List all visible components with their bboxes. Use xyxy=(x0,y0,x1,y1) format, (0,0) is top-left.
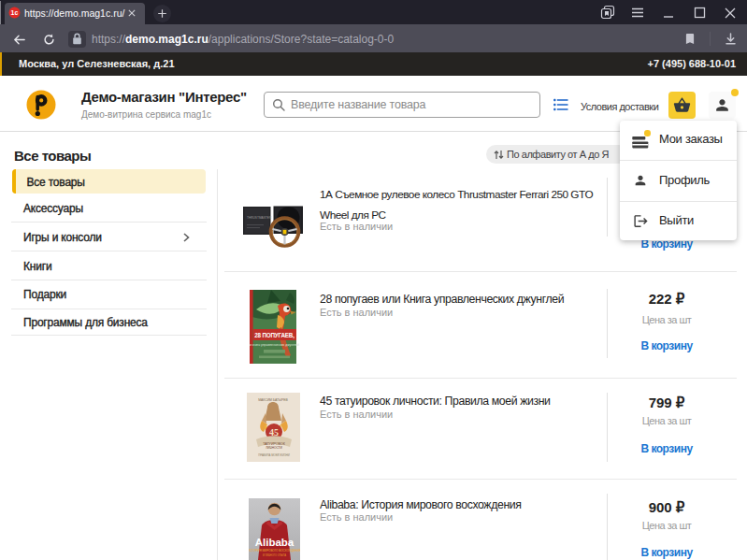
svg-text:THRUSTMASTER: THRUSTMASTER xyxy=(247,216,272,220)
svg-text:ПРАВИЛА МОЕЙ ЖИЗНИ: ПРАВИЛА МОЕЙ ЖИЗНИ xyxy=(258,453,289,457)
svg-text:МАКСИМ БАТЫРЕВ: МАКСИМ БАТЫРЕВ xyxy=(258,398,288,402)
svg-text:ИСТОРИЯ МИРОВОГО ВОСХОЖДЕНИЯ: ИСТОРИЯ МИРОВОГО ВОСХОЖДЕНИЯ xyxy=(249,549,300,553)
svg-text:и книга управленческих джунгле: и книга управленческих джунглей xyxy=(250,343,299,347)
svg-text:28 ПОПУГАЕВ,: 28 ПОПУГАЕВ, xyxy=(254,332,294,339)
svg-text:Alibaba: Alibaba xyxy=(255,537,294,548)
svg-text:И ЛИЧНОГО ОПЫТА: И ЛИЧНОГО ОПЫТА xyxy=(263,553,286,557)
svg-text:1c: 1c xyxy=(11,9,19,16)
svg-text:ЛИЧНОСТИ: ЛИЧНОСТИ xyxy=(266,446,282,450)
